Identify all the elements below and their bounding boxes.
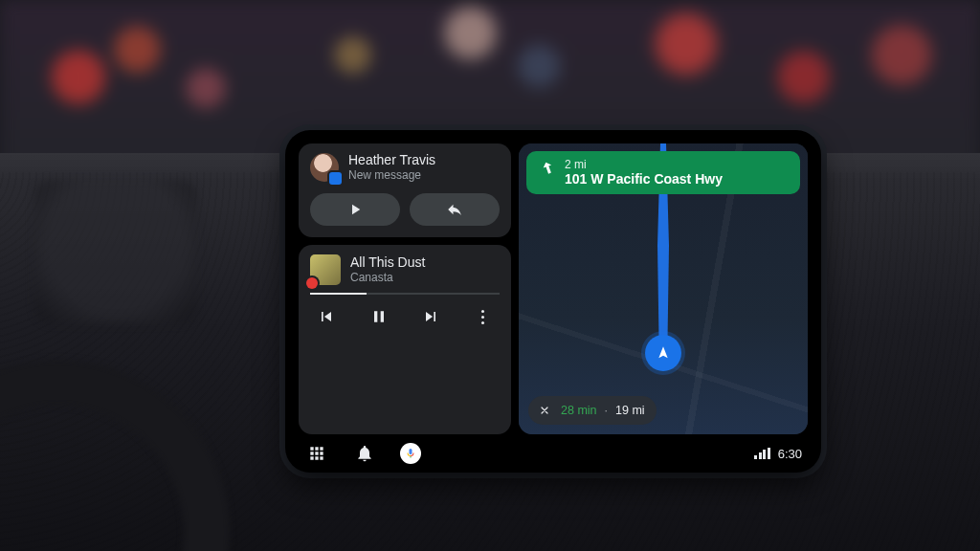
maneuver-road: 101 W Pacific Coast Hwy [565,171,723,187]
system-nav-bar: 6:30 [299,434,808,473]
eta-duration: 28 min [561,404,597,417]
now-playing-card[interactable]: All This Dust Canasta [299,245,511,434]
album-art [310,254,341,285]
track-artist: Canasta [350,271,425,284]
app-launcher-button[interactable] [304,441,329,466]
previous-track-button[interactable] [314,304,339,329]
cell-signal-icon [754,448,770,459]
message-sender: Heather Travis [348,153,435,167]
reply-button[interactable] [410,193,500,226]
close-navigation-button[interactable] [536,402,553,419]
bell-icon [355,444,374,463]
pause-icon [369,307,389,326]
eta-chip[interactable]: 28 min · 19 mi [528,396,657,425]
eta-distance: 19 mi [615,404,645,417]
next-track-button[interactable] [418,304,443,329]
direction-banner[interactable]: 2 mi 101 W Pacific Coast Hwy [526,151,800,194]
current-location-puck [645,335,681,371]
track-title: All This Dust [350,255,425,270]
instrument-cluster [34,180,197,323]
message-card[interactable]: Heather Travis New message [299,143,511,237]
side-panel: Heather Travis New message [299,143,511,434]
skip-previous-icon [317,307,336,326]
eta-separator: · [605,404,608,417]
skip-next-icon [421,307,440,326]
more-options-button[interactable] [471,304,496,329]
voice-assistant-button[interactable] [400,443,421,464]
play-message-button[interactable] [310,193,400,226]
navigation-map[interactable]: 2 mi 101 W Pacific Coast Hwy 28 min · 19… [519,143,808,434]
navigation-arrow-icon [656,345,671,361]
play-icon [346,201,364,218]
maneuver-distance: 2 mi [565,158,723,171]
status-clock: 6:30 [778,447,802,461]
more-vert-icon [481,310,484,324]
apps-grid-icon [307,444,326,463]
notifications-button[interactable] [352,441,377,466]
close-icon [539,405,550,416]
message-subtitle: New message [348,168,435,182]
turn-arrow-icon [538,160,555,177]
pause-button[interactable] [367,304,391,329]
infotainment-screen: Heather Travis New message [285,130,821,473]
mic-icon [405,448,416,459]
reply-icon [446,201,463,218]
contact-avatar [310,153,339,182]
